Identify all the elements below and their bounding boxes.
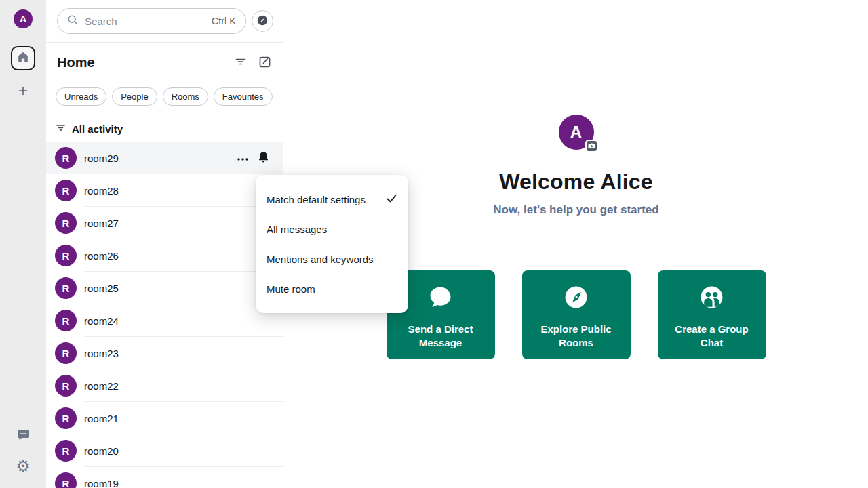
add-space-button[interactable] — [12, 81, 34, 103]
card-label: Send a Direct Message — [395, 323, 487, 350]
room-name: room20 — [84, 445, 119, 457]
room-list-item[interactable]: R room27 — [46, 207, 283, 239]
create-group-chat-button[interactable]: Create a Group Chat — [658, 270, 766, 359]
settings-button[interactable]: ⚙ — [12, 455, 34, 477]
room-name: room27 — [84, 218, 119, 229]
search-shortcut: Ctrl K — [212, 16, 236, 26]
card-label: Create a Group Chat — [666, 323, 758, 350]
room-list-item[interactable]: R room29 — [46, 142, 283, 174]
more-options-icon — [237, 153, 249, 163]
avatar-letter: A — [570, 123, 582, 142]
room-list-item[interactable]: R room22 — [46, 369, 283, 402]
menu-item-label: Match default settings — [267, 194, 366, 205]
welcome-title: Welcome Alice — [499, 169, 653, 195]
plus-icon — [18, 85, 28, 99]
room-name: room23 — [84, 348, 119, 359]
room-name: room24 — [84, 315, 119, 327]
sort-selector[interactable]: All activity — [46, 106, 283, 136]
menu-item-mute-room[interactable]: Mute room — [256, 274, 408, 304]
sort-filter-icon — [56, 123, 66, 136]
onboarding-actions: Send a Direct Message Explore Public Roo… — [387, 270, 766, 359]
room-avatar: R — [55, 310, 77, 331]
search-placeholder: Search — [85, 16, 117, 27]
room-list-item[interactable]: R room24 — [46, 304, 283, 337]
compass-icon — [564, 285, 589, 310]
room-list-item[interactable]: R room21 — [46, 402, 283, 434]
room-list: R room29 R room28 R room27 R room26 — [46, 142, 283, 488]
filter-lines-icon — [235, 56, 247, 70]
filter-pill-rooms[interactable]: Rooms — [163, 87, 208, 106]
threads-button[interactable] — [12, 425, 34, 447]
gear-icon: ⚙ — [16, 458, 31, 474]
user-avatar[interactable]: A — [14, 9, 33, 28]
compose-button[interactable] — [258, 55, 272, 70]
room-notifications-button[interactable] — [258, 151, 269, 165]
room-avatar: R — [55, 342, 77, 364]
filter-pill-unreads[interactable]: Unreads — [56, 87, 106, 106]
room-name: room25 — [84, 283, 119, 294]
menu-item-mentions-keywords[interactable]: Mentions and keywords — [256, 244, 408, 274]
group-icon — [699, 285, 724, 310]
room-list-item[interactable]: R room28 — [46, 174, 283, 207]
room-list-item[interactable]: R room26 — [46, 239, 283, 272]
bell-icon — [258, 151, 269, 165]
threads-icon — [16, 428, 31, 445]
room-avatar: R — [55, 407, 77, 429]
room-list-panel: Search Ctrl K Home Unreads Peop — [46, 0, 283, 488]
room-name: room29 — [84, 152, 119, 164]
room-avatar: R — [55, 180, 77, 201]
menu-item-label: Mute room — [267, 283, 315, 295]
room-avatar: R — [55, 472, 77, 488]
page-title: Home — [57, 55, 95, 70]
room-avatar: R — [55, 375, 77, 396]
room-name: room26 — [84, 250, 119, 262]
camera-badge[interactable] — [585, 140, 598, 152]
menu-item-label: All messages — [267, 224, 327, 235]
room-more-options-button[interactable] — [237, 153, 249, 163]
explore-public-rooms-button[interactable]: Explore Public Rooms — [522, 270, 631, 359]
card-label: Explore Public Rooms — [530, 323, 623, 350]
compass-icon — [256, 14, 269, 28]
room-avatar: R — [55, 277, 77, 299]
checkmark-icon — [386, 192, 397, 206]
home-space-button[interactable] — [11, 46, 35, 70]
chat-bubble-icon — [428, 285, 453, 310]
filter-pill-people[interactable]: People — [112, 87, 157, 106]
filter-button[interactable] — [235, 56, 247, 70]
room-list-item[interactable]: R room23 — [46, 337, 283, 369]
sidebar-divider — [14, 39, 32, 39]
room-name: room21 — [84, 413, 119, 424]
menu-item-all-messages[interactable]: All messages — [256, 214, 408, 244]
menu-item-match-default[interactable]: Match default settings — [256, 184, 408, 214]
search-input[interactable]: Search Ctrl K — [57, 8, 246, 34]
room-name: room19 — [84, 478, 119, 488]
welcome-subtitle: Now, let's help you get started — [493, 203, 658, 217]
room-avatar: R — [55, 147, 77, 169]
filter-pills: Unreads People Rooms Favourites — [46, 70, 283, 106]
spaces-sidebar: A ⚙ — [0, 0, 46, 488]
compose-icon — [258, 55, 272, 70]
menu-item-label: Mentions and keywords — [267, 253, 374, 265]
sort-label: All activity — [72, 123, 123, 135]
explore-rooms-button[interactable] — [252, 10, 273, 32]
room-avatar: R — [55, 440, 77, 462]
room-avatar: R — [55, 245, 77, 266]
home-icon — [17, 51, 29, 66]
room-list-item[interactable]: R room25 — [46, 272, 283, 304]
room-name: room28 — [84, 185, 119, 197]
search-icon — [67, 14, 79, 28]
room-list-item[interactable]: R room19 — [46, 467, 283, 488]
profile-avatar[interactable]: A — [559, 115, 594, 150]
room-avatar: R — [55, 212, 77, 234]
room-list-item[interactable]: R room20 — [46, 434, 283, 467]
room-name: room22 — [84, 380, 119, 392]
filter-pill-favourites[interactable]: Favourites — [214, 87, 273, 106]
notification-settings-menu: Match default settings All messages Ment… — [256, 175, 408, 313]
